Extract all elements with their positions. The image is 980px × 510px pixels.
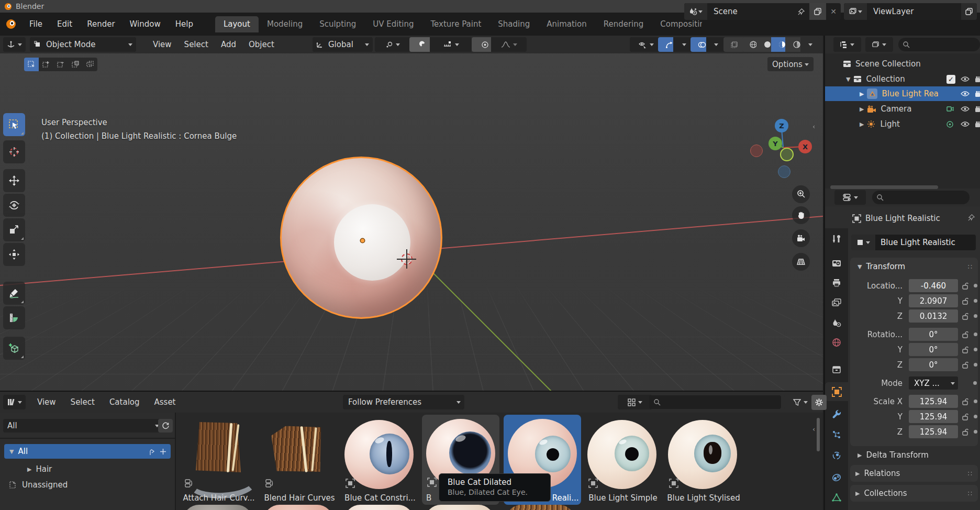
outliner-display-mode-dropdown[interactable] — [833, 37, 861, 52]
object-id-browse-button[interactable] — [851, 235, 875, 250]
collections-panel[interactable]: ▶ Collections ∷ — [850, 485, 978, 502]
lock-open-icon[interactable] — [962, 413, 969, 420]
camera-visibility-icon[interactable] — [975, 121, 980, 128]
lock-open-icon[interactable] — [962, 297, 969, 305]
gizmo-axis-x-neg[interactable] — [750, 145, 763, 157]
lock-open-icon[interactable] — [962, 282, 969, 290]
disclosure-triangle-icon[interactable]: ▶ — [860, 121, 864, 128]
menu-window[interactable]: Window — [122, 19, 168, 29]
asset-menu-asset[interactable]: Asset — [147, 397, 183, 407]
viewport-menu-add[interactable]: Add — [215, 40, 242, 49]
tab-material[interactable] — [825, 506, 848, 510]
pivot-point-dropdown[interactable] — [375, 37, 410, 52]
scale-x-field[interactable]: 125.94 — [909, 395, 958, 408]
asset-menu-view[interactable]: View — [26, 397, 63, 407]
asset-menu-select[interactable]: Select — [63, 397, 102, 407]
breadcrumb-object-name[interactable]: Blue Light Realistic — [865, 214, 940, 223]
asset-tile[interactable]: Blend Hair Curves — [263, 416, 336, 504]
asset-library-dropdown[interactable]: Follow Preferences — [343, 395, 464, 409]
properties-search-input[interactable] — [872, 191, 970, 204]
asset-editor-type-button[interactable] — [3, 395, 26, 409]
tab-output[interactable] — [825, 273, 848, 292]
asset-search-input[interactable] — [649, 395, 781, 409]
select-mode-extend-button[interactable] — [39, 58, 53, 71]
camera-visibility-icon[interactable] — [975, 106, 980, 113]
tab-layout[interactable]: Layout — [215, 16, 259, 32]
animate-dot[interactable] — [974, 332, 977, 336]
animate-dot[interactable] — [973, 381, 977, 385]
rotation-mode-dropdown[interactable]: XYZ ... — [909, 376, 958, 390]
viewport-menu-select[interactable]: Select — [178, 40, 215, 49]
tab-rendering[interactable]: Rendering — [595, 16, 652, 32]
menu-file[interactable]: File — [22, 19, 50, 29]
menu-help[interactable]: Help — [168, 19, 201, 29]
tab-view-layer[interactable] — [825, 293, 848, 312]
menu-edit[interactable]: Edit — [50, 19, 80, 29]
xray-toggle[interactable] — [723, 37, 745, 52]
rotation-y-field[interactable]: 0° — [909, 343, 958, 356]
tool-transform[interactable] — [3, 243, 25, 266]
asset-tile[interactable]: Blue Light Stylised — [667, 416, 740, 504]
asset-tile[interactable]: Blue Light Simple — [586, 416, 660, 504]
zoom-button[interactable] — [792, 185, 810, 203]
pin-icon[interactable] — [797, 8, 805, 16]
tool-move[interactable] — [3, 169, 25, 192]
menu-render[interactable]: Render — [80, 19, 122, 29]
properties-editor-type-button[interactable] — [834, 190, 866, 205]
tab-world[interactable] — [825, 333, 848, 352]
relations-panel[interactable]: ▶ Relations ∷ — [850, 465, 978, 482]
animate-dot[interactable] — [974, 363, 977, 367]
tab-collection-props[interactable] — [825, 360, 848, 379]
tab-tool[interactable] — [825, 229, 848, 248]
panel-collapse-chevron[interactable]: ‹ — [812, 425, 815, 433]
location-z-field[interactable]: 0.0132 — [909, 309, 958, 323]
outliner-row-light[interactable]: ▶ Light — [825, 117, 980, 131]
outliner-row-selected-object[interactable]: ▶ Blue Light Rea — [825, 86, 980, 101]
shading-dropdown[interactable] — [800, 37, 820, 52]
asset-tile[interactable]: Attach Hair Curv... — [182, 416, 255, 504]
rotation-z-field[interactable]: 0° — [909, 358, 958, 371]
gizmo-axis-y[interactable]: Y — [769, 137, 782, 150]
tool-cursor[interactable] — [3, 140, 25, 163]
camera-view-button[interactable] — [792, 229, 810, 247]
animate-dot[interactable] — [974, 348, 977, 351]
add-catalog-icon[interactable] — [160, 448, 166, 455]
rotation-x-field[interactable]: 0° — [909, 328, 958, 341]
asset-settings-button[interactable] — [811, 395, 827, 410]
tool-measure[interactable] — [3, 306, 25, 329]
navigation-gizmo[interactable]: Z Y X — [748, 114, 816, 182]
animate-dot[interactable] — [974, 415, 977, 418]
proportional-falloff-dropdown[interactable] — [491, 37, 527, 52]
tab-animation[interactable]: Animation — [538, 16, 595, 32]
catalog-filter-dropdown[interactable]: All — [3, 419, 163, 433]
animate-dot[interactable] — [974, 284, 977, 287]
lock-open-icon[interactable] — [962, 313, 969, 320]
object-name-field[interactable]: Blue Light Realistic — [875, 235, 976, 250]
catalog-item-unassigned[interactable]: Unassigned — [4, 478, 171, 492]
outliner-row-collection[interactable]: ▼ Collection ✓ — [825, 72, 980, 86]
disclosure-triangle-icon[interactable]: ▶ — [860, 91, 864, 97]
lock-open-icon[interactable] — [962, 361, 969, 369]
show-object-types-dropdown[interactable] — [630, 37, 662, 52]
eyeball-object[interactable] — [280, 157, 442, 319]
tool-rotate[interactable] — [3, 194, 25, 217]
scene-browse-button[interactable] — [684, 3, 707, 20]
disclosure-triangle-icon[interactable]: ▶ — [4, 466, 36, 473]
new-viewlayer-button[interactable] — [961, 3, 977, 20]
catalog-item-hair[interactable]: ▶ Hair — [4, 462, 171, 476]
tab-shading[interactable]: Shading — [489, 16, 538, 32]
panel-grip-icon[interactable]: ∷ — [968, 263, 973, 271]
refresh-library-button[interactable] — [158, 419, 173, 433]
tool-annotate[interactable] — [3, 282, 25, 305]
sidebar-collapse-chevron[interactable]: ‹ — [812, 123, 815, 130]
lock-open-icon[interactable] — [962, 346, 969, 353]
eye-icon[interactable] — [961, 76, 970, 82]
select-mode-intersect-button[interactable] — [83, 58, 97, 71]
orthographic-toggle-button[interactable] — [792, 253, 810, 271]
lock-open-icon[interactable] — [962, 331, 969, 338]
tab-render[interactable] — [825, 253, 848, 272]
panel-grip-icon[interactable]: ∷ — [968, 490, 973, 497]
transform-orientation-dropdown[interactable]: Global — [313, 37, 373, 52]
scale-y-field[interactable]: 125.94 — [909, 410, 958, 423]
tab-object[interactable] — [825, 382, 848, 401]
